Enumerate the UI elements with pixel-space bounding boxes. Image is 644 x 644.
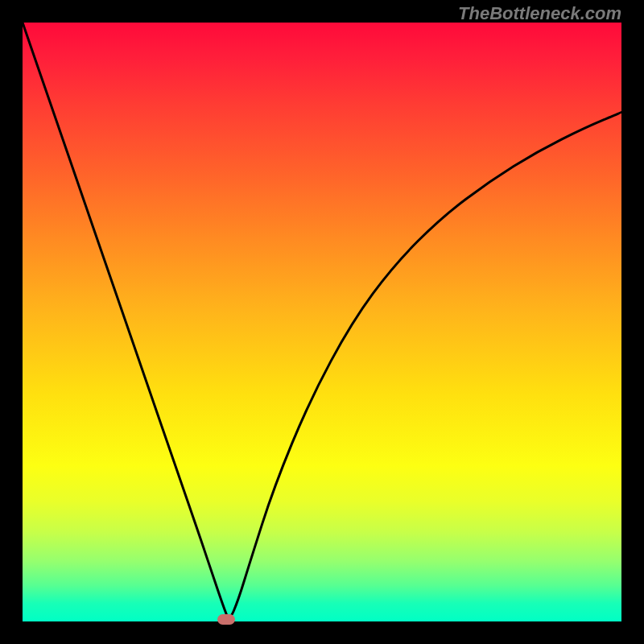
optimal-marker-dot — [217, 614, 235, 625]
watermark-text: TheBottleneck.com — [458, 3, 621, 24]
plot-gradient-area — [23, 23, 621, 621]
chart-frame: TheBottleneck.com — [0, 0, 644, 644]
